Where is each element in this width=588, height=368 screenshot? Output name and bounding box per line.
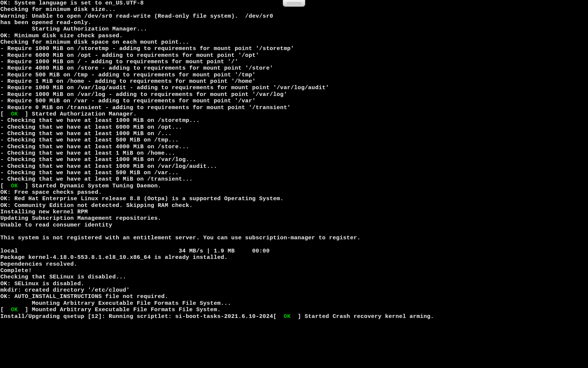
console-line: OK: Free space checks passed. — [0, 189, 102, 196]
console-line: Mounting Arbitrary Executable File Forma… — [0, 300, 231, 307]
console-line: - Require 500 MiB on /var - adding to re… — [0, 98, 256, 104]
console-line: Package kernel-4.18.0-553.8.1.el8_10.x86… — [0, 254, 228, 261]
console-line: - Checking that we have at least 1000 Mi… — [0, 131, 172, 137]
console-line: - Checking that we have at least 1 MiB o… — [0, 150, 175, 157]
console-line: OK: Red Hat Enterprise Linux release 8.8… — [0, 196, 283, 202]
console-line: OK: SELinux is disabled. — [0, 281, 84, 287]
console-line: - Checking that we have at least 500 MiB… — [0, 170, 179, 176]
console-line: - Require 1000 MiB on /storetmp - adding… — [0, 46, 294, 52]
console-line: - Checking that we have at least 1000 Mi… — [0, 163, 217, 170]
console-line: Unable to read consumer identity — [0, 222, 112, 228]
console-line: - Checking that we have at least 1000 Mi… — [0, 117, 200, 124]
console-line: - Checking that we have at least 1000 Mi… — [0, 157, 196, 163]
console-line: - Require 4000 MiB on /store - adding to… — [0, 65, 273, 71]
console-line: Starting Authorization Manager... — [0, 26, 147, 32]
console-line: - Checking that we have at least 4000 Mi… — [0, 144, 189, 150]
console-line: [ OK ] Mounted Arbitrary Executable File… — [0, 307, 221, 313]
console-line: Install/Upgrading qsetup [12]: Running s… — [0, 313, 434, 320]
console-line: - Require 1000 MiB on / - adding to requ… — [0, 59, 238, 65]
console-line: Installing new kernel RPM — [0, 209, 88, 215]
console-line: - Require 1000 MiB on /var/log/audit - a… — [0, 85, 329, 91]
console-line: - Checking that we have at least 6000 Mi… — [0, 124, 182, 131]
console-line: - Require 6000 MiB on /opt - adding to r… — [0, 52, 259, 59]
console-line: Complete! — [0, 268, 32, 274]
console-line: mkdir: created directory '/etc/cloud' — [0, 287, 130, 293]
console-line: Checking for minimum disk space on each … — [0, 39, 189, 46]
console-line: - Require 1 MiB on /home - adding to req… — [0, 78, 256, 85]
console-line: Checking for minimum disk size... — [0, 6, 116, 13]
boot-console-output: OK: System language is set to en_US.UTF-… — [0, 0, 434, 320]
console-line: - Require 0 MiB on /transient - adding t… — [0, 105, 291, 111]
console-line: - Require 1000 MiB on /var/log - adding … — [0, 91, 287, 98]
console-line: - Checking that we have at least 0 MiB o… — [0, 176, 193, 182]
console-line: [ OK ] Started Dynamic System Tuning Dae… — [0, 183, 161, 189]
console-line: OK: AUTO_INSTALL_INSTRUCTIONS file not r… — [0, 293, 168, 300]
console-line: has been opened read-only. — [0, 20, 91, 26]
console-line: - Require 500 MiB on /tmp - adding to re… — [0, 72, 256, 78]
console-line: Checking that SELinux is disabled... — [0, 274, 126, 280]
console-line: [ OK ] Started Authorization Manager. — [0, 111, 137, 117]
console-line: local 34 MB/s | 1.9 MB 00:00 — [0, 248, 270, 254]
console-line: - Checking that we have at least 500 MiB… — [0, 137, 179, 143]
console-line: Dependencies resolved. — [0, 261, 77, 268]
console-line: Warning: Unable to open /dev/sr0 read-wr… — [0, 13, 273, 20]
console-line: This system is not registered with an en… — [0, 235, 361, 241]
console-line: OK: Community Edition not detected. Skip… — [0, 202, 193, 209]
console-line: OK: System language is set to en_US.UTF-… — [0, 0, 144, 6]
console-line: Updating Subscription Management reposit… — [0, 215, 161, 222]
console-line: OK: Minimum disk size check passed. — [0, 33, 123, 39]
